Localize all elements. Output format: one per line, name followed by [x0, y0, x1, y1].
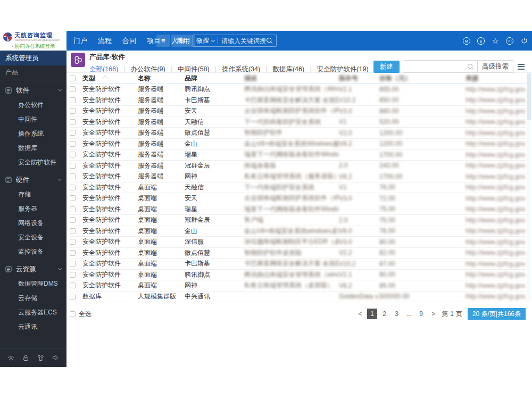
checkbox-cell — [70, 141, 82, 147]
row-checkbox[interactable] — [70, 86, 76, 92]
more-icon[interactable] — [505, 36, 514, 46]
row-checkbox[interactable] — [70, 195, 76, 201]
table-row[interactable]: 安全防护软件服务器端腾讯御点腾讯御点终端安全管理系统（Windows版）V2.1… — [70, 84, 526, 95]
table-row[interactable]: 安全防护软件服务器端微点佰慧智能防护软件V2.01200.00http://ww… — [70, 128, 526, 139]
table-row[interactable]: 安全防护软件桌面端卡巴斯基卡巴斯基网络安全解决方案 全面防护 桌面版 +05..… — [70, 259, 526, 270]
sidebar-item[interactable]: 服务器 — [0, 202, 66, 216]
cell-desc: 金山V8+终端安全系统windows桌面增强版 — [244, 227, 339, 236]
m-circle-icon[interactable]: M — [462, 36, 471, 46]
row-checkbox[interactable] — [70, 185, 76, 190]
row-checkbox[interactable] — [70, 272, 76, 278]
advanced-search-button[interactable]: 高级搜索 — [477, 60, 513, 73]
table-row[interactable]: 安全防护软件桌面端腾讯御点腾讯御点终端安全管理系统（windows版）V2.1版… — [70, 270, 526, 281]
new-button[interactable]: 新建 — [373, 61, 400, 73]
select-all-control[interactable]: 全选 — [70, 310, 92, 319]
scrollbar[interactable] — [527, 73, 531, 301]
row-checkbox[interactable] — [70, 130, 76, 136]
table-row[interactable]: 安全防护软件服务器端瑞星瑞星下一代网络版杀毒软件Windows服务器版1700.… — [70, 149, 526, 161]
page-button[interactable]: ... — [404, 309, 414, 319]
table-row[interactable]: 安全防护软件桌面端瑞星瑞星下一代网络版杀毒软件Windows桌面版75.00ht… — [70, 204, 526, 215]
row-checkbox[interactable] — [70, 250, 76, 256]
table-row[interactable]: 安全防护软件桌面端安天企业级终端检测防护系统软件（IP）桌面升级版V3.072.… — [70, 193, 526, 204]
sidebar-item[interactable]: 网络设备 — [0, 216, 66, 230]
row-checkbox[interactable] — [70, 217, 76, 223]
row-checkbox[interactable] — [70, 97, 76, 103]
sidebar-item[interactable]: 安全设备 — [0, 230, 66, 245]
nav-item[interactable]: 合同 — [122, 36, 136, 46]
cell-name: 桌面端 — [138, 237, 185, 246]
sidebar-item[interactable]: 安全防护软件 — [0, 155, 66, 170]
sidebar-group[interactable]: 云资源 — [0, 262, 66, 277]
table-row[interactable]: 安全防护软件桌面端网神私有云终端管理系统（桌面版）V8.285.00http:/… — [70, 280, 526, 292]
search-icon[interactable] — [266, 37, 273, 44]
page-button[interactable]: 3 — [392, 309, 402, 319]
lock-icon[interactable] — [21, 353, 30, 363]
row-checkbox[interactable] — [70, 239, 76, 245]
sidebar-item[interactable]: 数据库 — [0, 141, 66, 155]
scrollbar-thumb[interactable] — [527, 73, 531, 120]
table-row[interactable]: 安全防护软件服务器端安天企业级终端检测防护系统软件（IP）标准升级版V3.088… — [70, 106, 526, 117]
login-link[interactable]: · 协同办公系统登录 — [12, 43, 66, 50]
list-view-icon[interactable] — [518, 64, 525, 70]
nav-item[interactable]: 流程 — [98, 36, 112, 46]
sidebar-item[interactable]: 云服务器ECS — [0, 305, 66, 320]
sidebar-item[interactable]: 数据管理DMS — [0, 277, 66, 291]
prev-page-button[interactable]: < — [355, 309, 365, 319]
favorites-button[interactable]: 常用 — [171, 35, 195, 47]
select-all-checkbox[interactable] — [70, 311, 76, 317]
e-circle-icon[interactable]: e — [476, 36, 486, 46]
row-checkbox[interactable] — [70, 282, 76, 288]
sidebar-item[interactable]: 云通讯 — [0, 320, 66, 334]
page-size-info[interactable]: 20 条/页|共166条 — [468, 308, 526, 320]
row-checkbox[interactable] — [70, 119, 76, 125]
page-button[interactable]: 9 — [416, 309, 426, 319]
sidebar-item[interactable]: 中间件 — [0, 112, 66, 127]
gear-icon[interactable] — [6, 353, 15, 363]
search-icon[interactable] — [467, 63, 474, 70]
star-icon[interactable]: ☆ — [491, 36, 500, 46]
row-checkbox[interactable] — [70, 108, 76, 114]
table-search-input[interactable] — [404, 61, 467, 72]
table-row[interactable]: 安全防护软件服务器端冠群金辰终端杀毒版2.0243.00http://www.z… — [70, 161, 526, 172]
table-row[interactable]: 数据库大规模集群版中兴通讯GoldenData s...500000.00htt… — [70, 292, 526, 303]
row-checkbox[interactable] — [70, 173, 76, 179]
sidebar-item[interactable]: 办公软件 — [0, 98, 66, 112]
row-checkbox[interactable] — [70, 261, 76, 267]
theme-icon[interactable] — [36, 353, 46, 363]
nav-item[interactable]: 门户 — [73, 36, 87, 46]
sidebar-item[interactable]: 操作系统 — [0, 127, 66, 141]
row-checkbox[interactable] — [70, 228, 76, 234]
table-row[interactable]: 安全防护软件桌面端冠群金辰客户端2.075.00http://www.zjzfc… — [70, 215, 526, 226]
menu-button[interactable]: ≡ — [156, 35, 170, 47]
table-row[interactable]: 安全防护软件服务器端金山金山V8+终端安全系统Windows服务器增强版V8.2… — [70, 139, 526, 150]
sidebar-group[interactable]: 硬件 — [0, 172, 66, 187]
row-checkbox[interactable] — [70, 163, 76, 169]
global-search-input[interactable] — [221, 37, 266, 45]
volume-icon[interactable] — [51, 353, 61, 363]
page-button[interactable]: 2 — [379, 309, 389, 319]
table-row[interactable]: 安全防护软件桌面端微点佰慧智能防护软件桌面版V2.282.00http://ww… — [70, 248, 526, 259]
sidebar-item[interactable]: 云存储 — [0, 291, 66, 305]
power-icon[interactable] — [519, 36, 529, 46]
table-row[interactable]: 安全防护软件服务器端卡巴斯基卡巴斯基网络安全解决方案 全面防护 标准版 升级..… — [70, 95, 526, 106]
table-row[interactable]: 安全防护软件桌面端金山金山V8+终端安全系统windows桌面增强版V8.076… — [70, 226, 526, 237]
table-row[interactable]: 安全防护软件桌面端天融信下一代终端防护安全系统V176.00http://www… — [70, 182, 526, 194]
sidebar-item[interactable]: 存储 — [0, 187, 66, 202]
sidebar-item[interactable]: 监控设备 — [0, 245, 66, 259]
jump-page-input[interactable]: 1 — [450, 310, 454, 318]
next-page-button[interactable]: > — [428, 309, 438, 319]
row-checkbox[interactable] — [70, 206, 76, 212]
sidebar-group[interactable]: 软件 — [0, 83, 66, 98]
table-row[interactable]: 安全防护软件服务器端网神私有云终端管理系统（服务器版）V8.21700.00ht… — [70, 171, 526, 182]
table-row[interactable]: 安全防护软件服务器端天融信下一代防病毒防护安全系统V1520.00http://… — [70, 117, 526, 128]
row-checkbox[interactable] — [70, 294, 76, 300]
cell-name: 桌面端 — [138, 259, 185, 268]
row-checkbox[interactable] — [70, 141, 76, 147]
column-header: 版本号 — [339, 74, 379, 83]
cell-name: 桌面端 — [138, 270, 185, 279]
row-checkbox[interactable] — [70, 152, 76, 157]
select-all-header-checkbox[interactable] — [70, 76, 76, 81]
wesearch-box[interactable]: 微搜 — [193, 35, 277, 47]
table-row[interactable]: 安全防护软件桌面端深信服深信服终端检测响应平台EDR（桌面版）V3.080.00… — [70, 237, 526, 248]
page-button[interactable]: 1 — [367, 309, 377, 319]
